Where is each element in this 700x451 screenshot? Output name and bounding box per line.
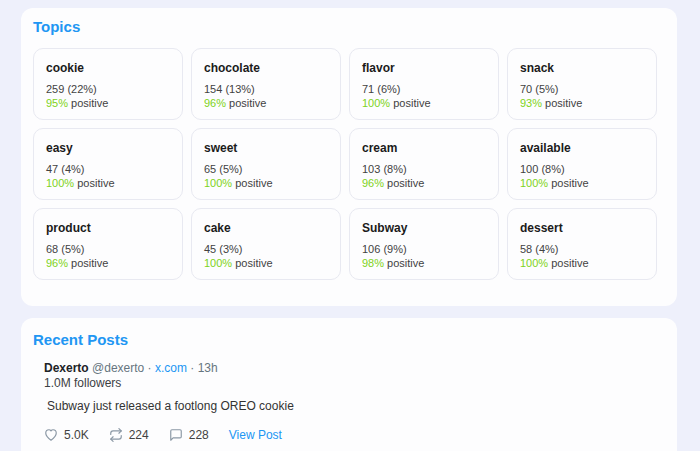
engagement-row: 5.0K 224 228 View Post — [44, 428, 663, 442]
topic-count: 58 (4%) — [520, 243, 644, 255]
topic-positive: 96% positive — [46, 257, 170, 269]
topic-card-cream[interactable]: cream 103 (8%) 96% positive — [349, 128, 499, 200]
reposts-count: 224 — [129, 428, 149, 442]
likes-count: 5.0K — [64, 428, 89, 442]
topic-positive: 100% positive — [46, 177, 170, 189]
topic-card-sweet[interactable]: sweet 65 (5%) 100% positive — [191, 128, 341, 200]
topic-positive: 100% positive — [204, 177, 328, 189]
positive-percentage: 100% — [46, 177, 74, 189]
positive-percentage: 100% — [520, 257, 548, 269]
topic-count: 106 (9%) — [362, 243, 486, 255]
topic-name: dessert — [520, 222, 644, 234]
topic-name: available — [520, 142, 644, 154]
recent-posts-heading: Recent Posts — [33, 331, 663, 348]
topic-count: 70 (5%) — [520, 83, 644, 95]
topic-positive: 96% positive — [362, 177, 486, 189]
repost-icon — [109, 428, 123, 442]
positive-percentage: 96% — [204, 97, 226, 109]
positive-label: positive — [387, 257, 424, 269]
posts-list: Dexerto @dexerto · x.com · 13h 1.0M foll… — [44, 361, 663, 451]
topic-positive: 98% positive — [362, 257, 486, 269]
topic-positive: 100% positive — [204, 257, 328, 269]
topic-count: 68 (5%) — [46, 243, 170, 255]
positive-label: positive — [71, 97, 108, 109]
topic-card-subway[interactable]: Subway 106 (9%) 98% positive — [349, 208, 499, 280]
topic-positive: 100% positive — [362, 97, 486, 109]
positive-label: positive — [393, 97, 430, 109]
topic-positive: 93% positive — [520, 97, 644, 109]
positive-label: positive — [387, 177, 424, 189]
topics-heading: Topics — [33, 18, 657, 35]
topic-positive: 100% positive — [520, 177, 644, 189]
reposts-stat: 224 — [109, 428, 149, 442]
post-source-link[interactable]: x.com — [155, 361, 187, 375]
positive-label: positive — [235, 177, 272, 189]
topic-count: 259 (22%) — [46, 83, 170, 95]
positive-label: positive — [545, 97, 582, 109]
topic-card-cookie[interactable]: cookie 259 (22%) 95% positive — [33, 48, 183, 120]
topic-count: 100 (8%) — [520, 163, 644, 175]
positive-percentage: 95% — [46, 97, 68, 109]
topic-name: snack — [520, 62, 644, 74]
comment-icon — [169, 428, 183, 442]
topic-count: 103 (8%) — [362, 163, 486, 175]
topic-name: chocolate — [204, 62, 328, 74]
positive-percentage: 100% — [362, 97, 390, 109]
topic-name: easy — [46, 142, 170, 154]
topic-card-snack[interactable]: snack 70 (5%) 93% positive — [507, 48, 657, 120]
heart-icon — [44, 428, 58, 442]
positive-label: positive — [551, 177, 588, 189]
topic-positive: 96% positive — [204, 97, 328, 109]
positive-label: positive — [235, 257, 272, 269]
view-post-link[interactable]: View Post — [229, 428, 282, 442]
topic-card-available[interactable]: available 100 (8%) 100% positive — [507, 128, 657, 200]
topic-name: product — [46, 222, 170, 234]
post-time: 13h — [198, 361, 218, 375]
topic-card-cake[interactable]: cake 45 (3%) 100% positive — [191, 208, 341, 280]
topic-positive: 95% positive — [46, 97, 170, 109]
post-author: Dexerto — [44, 361, 89, 375]
positive-percentage: 93% — [520, 97, 542, 109]
topic-card-dessert[interactable]: dessert 58 (4%) 100% positive — [507, 208, 657, 280]
positive-percentage: 96% — [46, 257, 68, 269]
post-followers: 1.0M followers — [44, 376, 663, 390]
comments-stat: 228 — [169, 428, 209, 442]
positive-label: positive — [77, 177, 114, 189]
positive-label: positive — [71, 257, 108, 269]
topic-name: cookie — [46, 62, 170, 74]
post-item: Dexerto @dexerto · x.com · 13h 1.0M foll… — [44, 361, 663, 442]
post-content: Subway just released a footlong OREO coo… — [47, 399, 663, 413]
topic-positive: 100% positive — [520, 257, 644, 269]
topics-grid: cookie 259 (22%) 95% positive chocolate … — [33, 48, 657, 280]
topic-card-flavor[interactable]: flavor 71 (6%) 100% positive — [349, 48, 499, 120]
positive-percentage: 96% — [362, 177, 384, 189]
post-handle: @dexerto — [92, 361, 144, 375]
topic-count: 47 (4%) — [46, 163, 170, 175]
topic-name: flavor — [362, 62, 486, 74]
topic-name: cake — [204, 222, 328, 234]
topic-card-chocolate[interactable]: chocolate 154 (13%) 96% positive — [191, 48, 341, 120]
topic-count: 65 (5%) — [204, 163, 328, 175]
likes-stat: 5.0K — [44, 428, 89, 442]
topic-name: cream — [362, 142, 486, 154]
positive-label: positive — [229, 97, 266, 109]
topics-panel: Topics cookie 259 (22%) 95% positive cho… — [21, 8, 677, 306]
positive-percentage: 100% — [204, 177, 232, 189]
topic-count: 154 (13%) — [204, 83, 328, 95]
topic-name: sweet — [204, 142, 328, 154]
positive-label: positive — [551, 257, 588, 269]
meta-separator: · — [190, 361, 194, 375]
recent-posts-panel: Recent Posts Dexerto @dexerto · x.com · … — [21, 318, 677, 451]
topic-card-product[interactable]: product 68 (5%) 96% positive — [33, 208, 183, 280]
meta-separator: · — [148, 361, 152, 375]
comments-count: 228 — [189, 428, 209, 442]
topic-count: 71 (6%) — [362, 83, 486, 95]
positive-percentage: 98% — [362, 257, 384, 269]
topic-count: 45 (3%) — [204, 243, 328, 255]
positive-percentage: 100% — [520, 177, 548, 189]
topic-card-easy[interactable]: easy 47 (4%) 100% positive — [33, 128, 183, 200]
positive-percentage: 100% — [204, 257, 232, 269]
topic-name: Subway — [362, 222, 486, 234]
post-meta-row: Dexerto @dexerto · x.com · 13h — [44, 361, 663, 375]
